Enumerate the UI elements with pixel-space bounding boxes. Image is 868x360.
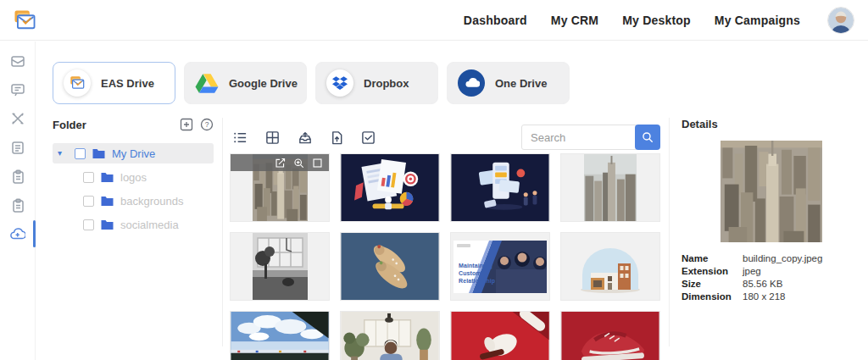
rail-tools-item[interactable]	[0, 111, 36, 126]
thumbnail-mobile-app-illustration[interactable]	[450, 153, 550, 222]
grid-view-button[interactable]	[265, 130, 280, 145]
thumbnail-sky-stadium[interactable]	[230, 311, 330, 360]
tab-google-drive[interactable]: Google Drive	[184, 62, 307, 104]
socialmedia-checkbox[interactable]	[83, 219, 94, 230]
folder-panel: Folder ? ▾	[36, 118, 222, 346]
rail-clipboard2-item[interactable]	[0, 197, 36, 213]
logos-checkbox[interactable]	[83, 172, 94, 183]
meta-label: Name	[682, 253, 743, 263]
backgrounds-checkbox[interactable]	[83, 196, 94, 207]
tree-item-logos[interactable]: logos	[83, 167, 214, 187]
thumbnail-marketing-illustration[interactable]	[340, 153, 440, 222]
tab-one-drive[interactable]: One Drive	[447, 62, 570, 104]
meta-row-extension: Extension jpeg	[682, 266, 860, 276]
clipboard-icon	[10, 197, 25, 213]
clipboard-icon	[10, 169, 25, 184]
top-navigation: Dashboard My CRM My Desktop My Campaigns	[464, 7, 854, 34]
search-button[interactable]	[635, 125, 660, 150]
app-logo[interactable]	[10, 6, 39, 35]
shoes-thumbnail-image	[341, 233, 439, 300]
folder-icon	[92, 148, 105, 159]
google-drive-icon	[195, 72, 219, 94]
thumbnail-building-selected[interactable]	[230, 153, 330, 222]
thumbnail-interior-bw[interactable]	[230, 232, 330, 301]
list-view-button[interactable]	[233, 130, 248, 145]
folder-tree: ▾ My Drive logos	[53, 143, 214, 235]
grid-toolbar	[230, 125, 669, 150]
folder-icon	[101, 219, 114, 230]
cloud-upload-icon	[9, 226, 25, 242]
tree-label: My Drive	[112, 147, 155, 160]
tab-label: EAS Drive	[101, 77, 154, 90]
thumbnail-grid: Maintaining Customer Relationship	[230, 153, 669, 360]
drive-tabs: EAS Drive Google Drive Dropbox	[53, 62, 868, 104]
thumbnail-red-glove[interactable]	[450, 311, 550, 360]
meta-row-size: Size 85.56 KB	[682, 279, 860, 289]
tab-eas-drive[interactable]: EAS Drive	[53, 62, 175, 104]
rail-inbox-item[interactable]	[0, 53, 36, 69]
building-thumbnail-image	[584, 154, 637, 221]
meta-label: Extension	[682, 266, 743, 276]
thumbnail-crm-banner[interactable]: Maintaining Customer Relationship	[450, 232, 550, 301]
select-all-checkbox-button[interactable]	[361, 130, 376, 145]
tree-item-backgrounds[interactable]: backgrounds	[83, 191, 214, 211]
user-avatar[interactable]	[827, 7, 854, 34]
edit-icon[interactable]	[275, 158, 286, 169]
rail-clipboard-item[interactable]	[0, 169, 36, 184]
file-upload-button[interactable]	[331, 130, 343, 145]
details-metadata: Name building_copy.jpeg Extension jpeg S…	[682, 253, 860, 302]
rail-chat-item[interactable]	[0, 82, 36, 97]
one-drive-icon	[458, 69, 485, 97]
sneaker-thumbnail-image	[561, 312, 659, 360]
thumbnail-house[interactable]	[560, 232, 660, 301]
sky-thumbnail-image	[231, 312, 329, 360]
tree-label: logos	[120, 171, 147, 184]
add-folder-button[interactable]	[180, 118, 193, 131]
search-input[interactable]	[521, 125, 637, 150]
meta-label: Dimension	[682, 291, 743, 302]
rail-form-item[interactable]	[0, 140, 36, 155]
details-panel: Details Name building_copy.jpeg Extensio…	[669, 118, 868, 346]
chat-bubble-icon	[10, 82, 25, 97]
upload-tray-button[interactable]	[298, 130, 313, 145]
meta-value: 85.56 KB	[743, 279, 782, 289]
my-drive-checkbox[interactable]	[75, 148, 86, 159]
tab-dropbox[interactable]: Dropbox	[315, 62, 438, 104]
thumbnail-red-sneaker[interactable]	[560, 311, 660, 360]
folder-panel-title: Folder	[53, 119, 86, 131]
top-header: Dashboard My CRM My Desktop My Campaigns	[0, 0, 868, 41]
tree-label: backgrounds	[120, 195, 183, 208]
zoom-in-icon[interactable]	[293, 158, 304, 169]
glove-thumbnail-image	[451, 312, 549, 360]
tree-item-socialmedia[interactable]: socialmedia	[83, 214, 214, 235]
tree-label: socialmedia	[120, 219, 179, 231]
meta-value: 180 x 218	[743, 291, 786, 302]
search-group	[521, 125, 660, 150]
interior-thumbnail-image	[253, 233, 308, 300]
thumbnail-man-in-room[interactable]	[340, 311, 440, 360]
inbox-mail-icon	[10, 53, 25, 69]
svg-text:?: ?	[205, 120, 209, 129]
house-thumbnail-image	[572, 241, 648, 293]
illustration-thumbnail-image	[341, 154, 439, 221]
nav-my-campaigns[interactable]: My Campaigns	[715, 14, 800, 27]
crossed-tools-icon	[10, 111, 25, 126]
help-button[interactable]: ?	[200, 118, 214, 131]
nav-my-desktop[interactable]: My Desktop	[622, 14, 691, 27]
tab-label: One Drive	[495, 77, 547, 90]
tree-item-my-drive[interactable]: ▾ My Drive	[53, 143, 214, 163]
banner-caption: Maintaining Customer Relationship	[459, 262, 518, 285]
caret-down-icon[interactable]: ▾	[58, 149, 68, 158]
meta-row-dimension: Dimension 180 x 218	[682, 291, 860, 302]
select-box-icon[interactable]	[312, 158, 323, 169]
envelope-logo-icon	[12, 8, 37, 33]
nav-my-crm[interactable]: My CRM	[551, 14, 598, 27]
nav-dashboard[interactable]: Dashboard	[464, 14, 527, 27]
details-preview-image	[721, 141, 822, 242]
avatar-image	[828, 8, 854, 33]
thumbnail-shoes[interactable]	[340, 232, 440, 301]
dropbox-icon	[326, 69, 353, 97]
form-list-icon	[10, 140, 25, 155]
rail-cloud-drive-item[interactable]	[0, 226, 36, 241]
thumbnail-building-2[interactable]	[560, 153, 660, 222]
